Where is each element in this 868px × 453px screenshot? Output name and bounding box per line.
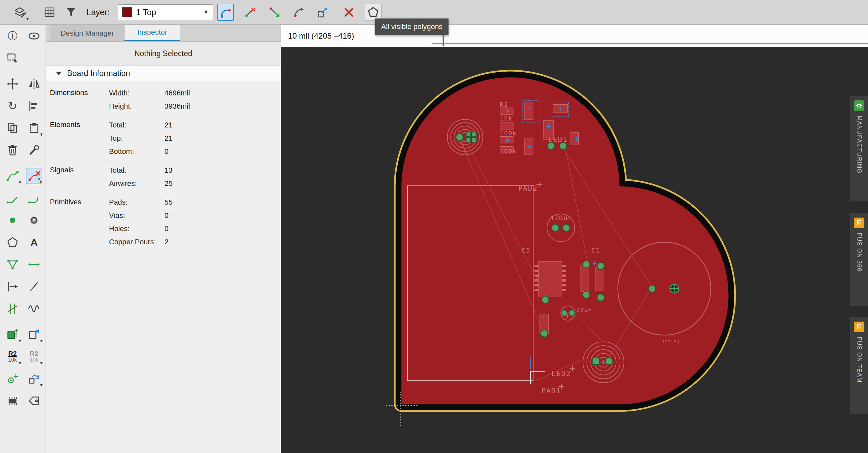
pcb-editor-window: ▾ Layer: 1 Top ▼ bbox=[0, 0, 868, 453]
tab-manufacturing[interactable]: MANUFACTURING bbox=[850, 96, 868, 201]
tab-fusion-360[interactable]: F FUSION 360 bbox=[850, 213, 868, 306]
change-button[interactable] bbox=[26, 142, 42, 159]
property-name: Top: bbox=[109, 134, 164, 142]
value-label[interactable]: 100k bbox=[500, 130, 517, 137]
paste-button[interactable]: ▾ bbox=[26, 120, 42, 136]
board-information-header[interactable]: Board Information bbox=[46, 65, 281, 81]
property-name: Holes: bbox=[109, 225, 164, 233]
polygon-tool[interactable] bbox=[4, 234, 21, 251]
tab-inspector[interactable]: Inspector bbox=[125, 25, 180, 41]
junction-tool[interactable] bbox=[4, 212, 21, 228]
smash-tool[interactable]: R210k ▾ bbox=[26, 348, 42, 365]
pad1-label[interactable]: PAD1 bbox=[541, 387, 561, 395]
value-label[interactable]: 10k bbox=[500, 115, 513, 122]
copy-button[interactable] bbox=[4, 120, 21, 136]
manufacturing-icon bbox=[854, 100, 864, 111]
line-icon bbox=[27, 258, 41, 271]
label-tool[interactable] bbox=[26, 393, 42, 409]
crosshair-pad[interactable] bbox=[670, 284, 679, 293]
tooltip: All visible polygons bbox=[375, 19, 448, 35]
grid-button[interactable] bbox=[41, 4, 58, 21]
tab-design-manager[interactable]: Design Manager bbox=[50, 25, 125, 41]
board-information-body: Dimensions Width:4696mil Height:3936mil … bbox=[46, 81, 281, 249]
select-route-button[interactable] bbox=[314, 4, 331, 21]
filter-button[interactable] bbox=[63, 4, 79, 21]
tab-fusion-team[interactable]: F FUSION TEAM bbox=[850, 317, 868, 414]
board-canvas-area[interactable]: R2 10k 100k 100k LED1 PAD2 470uF C5 C1 2… bbox=[281, 47, 868, 453]
name-value-icon: R210k bbox=[8, 350, 17, 363]
property-value: 13 bbox=[164, 166, 173, 175]
ratsnest-button[interactable] bbox=[266, 4, 283, 21]
layer-settings-button[interactable]: ▾ bbox=[12, 4, 28, 21]
property-name: Airwires: bbox=[109, 179, 164, 188]
board-canvas[interactable]: R2 10k 100k 100k LED1 PAD2 470uF C5 C1 2… bbox=[281, 47, 868, 453]
split-tool[interactable] bbox=[26, 278, 42, 295]
visibility-button[interactable] bbox=[26, 28, 42, 44]
unroute-button[interactable] bbox=[242, 4, 258, 21]
group-label: Dimensions bbox=[50, 89, 88, 97]
net-tool[interactable] bbox=[4, 256, 21, 273]
property-name: Pads: bbox=[109, 198, 164, 207]
via-stitch-tool[interactable] bbox=[4, 370, 21, 387]
property-name: Width: bbox=[109, 89, 164, 97]
text-tool[interactable]: A bbox=[26, 234, 42, 251]
slash-icon bbox=[27, 280, 41, 293]
property-group-primitives: Primitives Pads:55 Vias:0 Holes:0 Copper… bbox=[46, 196, 281, 249]
ripup-button[interactable] bbox=[341, 4, 357, 21]
diff-pair-icon bbox=[6, 302, 19, 315]
right-dock: MANUFACTURING F FUSION 360 F FUSION TEAM bbox=[850, 94, 868, 453]
ratsnest-icon bbox=[268, 6, 281, 19]
mirror-button[interactable] bbox=[26, 75, 42, 92]
route-button[interactable] bbox=[217, 4, 234, 21]
eye-icon bbox=[27, 29, 41, 42]
route-airwire-tool[interactable]: ▾ bbox=[26, 168, 42, 184]
led2-label[interactable]: LED2 bbox=[551, 369, 571, 378]
property-group-signals: Signals Total:13 Airwires:25 bbox=[46, 164, 281, 190]
meander-tool[interactable] bbox=[26, 300, 42, 317]
diff-pair-tool[interactable] bbox=[4, 300, 21, 317]
layer-select[interactable]: 1 Top ▼ bbox=[118, 4, 213, 20]
signal-out-icon bbox=[6, 280, 19, 293]
pad2-label[interactable]: PAD2 bbox=[518, 184, 538, 193]
component-tool[interactable] bbox=[4, 393, 21, 409]
align-icon bbox=[27, 99, 41, 112]
c1-label[interactable]: C1 bbox=[591, 246, 600, 254]
selection-guide-line bbox=[432, 43, 868, 43]
name-value-tool[interactable]: R210k ▾ bbox=[4, 348, 21, 365]
via-tool[interactable] bbox=[26, 212, 42, 228]
inspector-panel: Design Manager Inspector Nothing Selecte… bbox=[46, 25, 281, 453]
unmitre-tool[interactable] bbox=[26, 190, 42, 206]
collapse-arrow-icon[interactable] bbox=[56, 72, 62, 75]
add-instance-button[interactable]: ▾ bbox=[26, 326, 42, 343]
property-value: 21 bbox=[164, 121, 173, 129]
signal-tool[interactable] bbox=[4, 278, 21, 295]
rotate-button[interactable]: ↻ bbox=[4, 98, 21, 114]
select-button[interactable] bbox=[4, 50, 21, 66]
property-name: Copper Pours: bbox=[109, 238, 164, 246]
property-group-elements: Elements Total:21 Top:21 Bottom:0 bbox=[46, 119, 281, 158]
group-label: Signals bbox=[50, 166, 74, 174]
optimize-button[interactable] bbox=[291, 4, 307, 21]
wire-tool[interactable]: ▾ bbox=[4, 168, 21, 184]
line-tool[interactable] bbox=[26, 256, 42, 273]
value-label[interactable]: 100k bbox=[500, 148, 517, 155]
move-button[interactable] bbox=[4, 75, 21, 92]
info-button[interactable]: ⓘ bbox=[4, 28, 21, 44]
route-airwire-icon bbox=[27, 169, 41, 183]
polygon-icon bbox=[367, 6, 380, 19]
delete-button[interactable] bbox=[4, 142, 21, 159]
led1-label[interactable]: LED1 bbox=[548, 135, 567, 143]
add-part-button[interactable]: ▾ bbox=[4, 326, 21, 343]
align-button[interactable] bbox=[26, 98, 42, 114]
cap-value-label[interactable]: 470uF bbox=[550, 214, 572, 222]
tool-spacer bbox=[26, 50, 42, 66]
replace-tool[interactable]: ▾ bbox=[26, 370, 42, 387]
c5-label[interactable]: C5 bbox=[522, 246, 531, 254]
marquee-select-icon bbox=[6, 52, 19, 65]
ref-label[interactable]: R2 bbox=[500, 101, 509, 108]
layer-label: Layer: bbox=[87, 8, 109, 17]
mitre-tool[interactable] bbox=[4, 190, 21, 206]
connector-label[interactable]: JST-PH bbox=[662, 340, 679, 344]
cap-value-label[interactable]: 22uF bbox=[576, 307, 592, 313]
pentagon-icon bbox=[6, 236, 19, 249]
